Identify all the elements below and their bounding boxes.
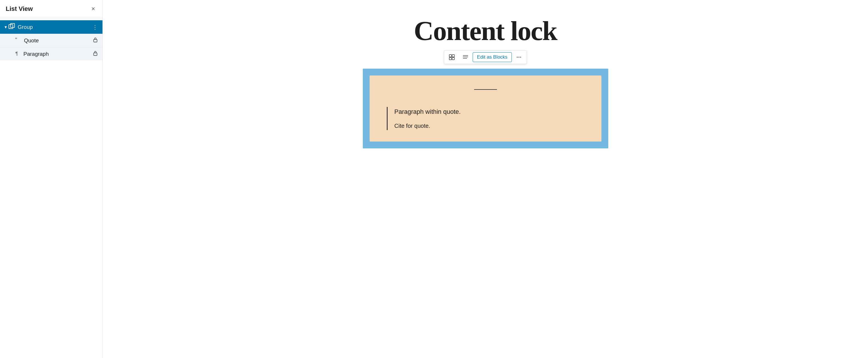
group-item-label: Group xyxy=(18,24,92,30)
sidebar: List View × ▾ Group ⋮ " Quote xyxy=(0,0,103,358)
paragraph-icon: ¶ xyxy=(15,50,21,57)
svg-point-14 xyxy=(518,57,520,58)
paragraph-lock-icon xyxy=(93,51,98,57)
chevron-icon: ▾ xyxy=(5,24,7,30)
svg-rect-8 xyxy=(449,57,452,60)
group-icon xyxy=(8,23,15,31)
svg-text:": " xyxy=(15,36,17,43)
svg-rect-9 xyxy=(452,57,455,60)
svg-rect-3 xyxy=(94,39,97,42)
more-options-icon xyxy=(516,54,522,60)
quote-block: Paragraph within quote. Cite for quote. xyxy=(370,76,601,141)
svg-point-13 xyxy=(517,57,518,58)
page-title: Content lock xyxy=(414,17,557,45)
list-view-items: ▾ Group ⋮ " Quote xyxy=(0,18,102,63)
group-block: Paragraph within quote. Cite for quote. xyxy=(363,68,608,148)
sidebar-header: List View × xyxy=(0,0,102,18)
block-toolbar: Edit as Blocks xyxy=(444,50,527,64)
select-toolbar-button[interactable] xyxy=(445,52,458,63)
quote-item-label: Quote xyxy=(24,37,93,44)
quote-lock-icon xyxy=(93,37,98,44)
group-dots-icon[interactable]: ⋮ xyxy=(92,24,98,31)
sidebar-item-paragraph[interactable]: ¶ Paragraph xyxy=(0,47,102,60)
main-content: Content lock Edit as Blocks xyxy=(103,0,868,358)
svg-rect-6 xyxy=(449,55,452,57)
select-icon xyxy=(449,54,455,60)
close-button[interactable]: × xyxy=(90,5,97,12)
svg-rect-7 xyxy=(452,55,455,57)
paragraph-item-label: Paragraph xyxy=(23,51,93,57)
align-icon xyxy=(462,54,469,60)
sidebar-item-quote[interactable]: " Quote xyxy=(0,34,102,47)
quote-content: Paragraph within quote. Cite for quote. xyxy=(387,107,584,130)
edit-as-blocks-button[interactable]: Edit as Blocks xyxy=(473,52,512,62)
more-options-button[interactable] xyxy=(513,52,525,63)
svg-text:¶: ¶ xyxy=(16,51,18,56)
align-toolbar-button[interactable] xyxy=(459,52,472,63)
quote-icon: " xyxy=(15,36,21,44)
quote-decoration xyxy=(474,89,497,90)
sidebar-item-group[interactable]: ▾ Group ⋮ xyxy=(0,20,102,34)
sidebar-title: List View xyxy=(6,5,33,12)
svg-rect-5 xyxy=(94,53,97,55)
quote-cite-text: Cite for quote. xyxy=(395,121,584,130)
svg-point-15 xyxy=(520,57,521,58)
quote-paragraph-text: Paragraph within quote. xyxy=(395,107,584,116)
